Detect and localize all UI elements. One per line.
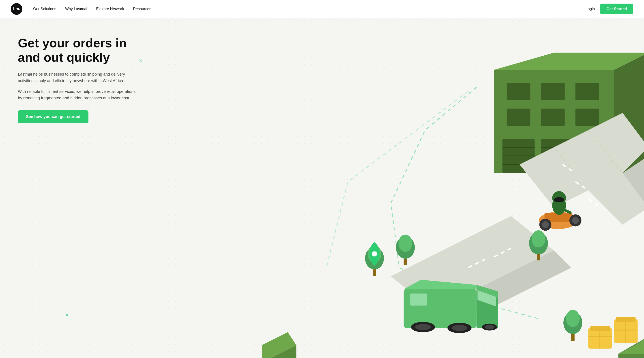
nav-right: Login Get Started — [586, 4, 633, 14]
hero-description-1: Lastmal helps businesses to complete shi… — [18, 71, 139, 84]
nav-our-solutions[interactable]: Our Solutions — [33, 7, 56, 11]
svg-marker-73 — [618, 336, 644, 354]
svg-point-46 — [416, 324, 431, 330]
svg-line-26 — [588, 199, 602, 208]
svg-rect-10 — [541, 139, 574, 173]
svg-rect-62 — [590, 326, 610, 331]
svg-marker-40 — [477, 289, 498, 328]
hero-title: Get your orders in and out quickly — [18, 36, 139, 65]
svg-point-50 — [485, 325, 494, 329]
svg-marker-21 — [623, 156, 644, 208]
hero-cta-button[interactable]: See how you can get started — [18, 110, 88, 123]
svg-point-55 — [396, 236, 415, 259]
svg-point-48 — [452, 325, 467, 331]
svg-marker-43 — [478, 290, 496, 306]
svg-point-53 — [368, 245, 381, 263]
navigation: Lm. Our Solutions Why Lastmal Explore Ne… — [0, 0, 644, 18]
svg-point-29 — [539, 212, 578, 229]
svg-point-70 — [564, 312, 582, 334]
svg-marker-74 — [262, 345, 296, 358]
svg-point-71 — [566, 310, 580, 327]
logo-text: Lm. — [13, 7, 20, 11]
cross-decoration-2: ✕ — [582, 137, 586, 142]
nav-why-lastmal[interactable]: Why Lastmal — [65, 7, 87, 11]
svg-rect-44 — [410, 294, 428, 306]
svg-point-32 — [542, 221, 549, 228]
cross-decoration-3: ✕ — [65, 313, 69, 318]
scene-svg — [262, 27, 644, 358]
svg-rect-39 — [404, 289, 477, 328]
svg-line-24 — [563, 164, 576, 173]
svg-rect-66 — [616, 317, 636, 322]
svg-rect-7 — [541, 109, 565, 126]
svg-point-58 — [529, 232, 548, 254]
svg-line-25 — [576, 182, 588, 190]
svg-rect-65 — [614, 319, 638, 343]
login-link[interactable]: Login — [586, 7, 595, 11]
nav-links: Our Solutions Why Lastmal Explore Networ… — [33, 7, 586, 11]
svg-marker-2 — [614, 53, 644, 173]
svg-point-37 — [554, 197, 564, 202]
svg-marker-20 — [588, 173, 644, 225]
svg-rect-51 — [373, 263, 376, 276]
svg-rect-8 — [576, 109, 599, 126]
nav-explore-network[interactable]: Explore Network — [96, 7, 124, 11]
svg-line-28 — [494, 248, 511, 257]
svg-marker-19 — [588, 113, 644, 173]
hero-content: Get your orders in and out quickly Lastm… — [0, 18, 157, 123]
nav-resources[interactable]: Resources — [133, 7, 151, 11]
svg-point-33 — [570, 215, 582, 227]
svg-rect-5 — [576, 83, 599, 100]
logo[interactable]: Lm. — [11, 3, 22, 15]
svg-point-60 — [372, 251, 377, 257]
svg-line-27 — [468, 259, 486, 268]
svg-rect-30 — [544, 213, 572, 222]
svg-marker-1 — [494, 53, 644, 70]
svg-point-47 — [448, 323, 472, 333]
svg-point-34 — [572, 217, 579, 224]
svg-rect-54 — [404, 253, 407, 265]
svg-rect-3 — [507, 83, 530, 100]
svg-rect-61 — [588, 328, 612, 348]
hero-illustration — [258, 18, 644, 358]
hero-section: ✕ ✕ ✕ Get your orders in and out quickly… — [0, 18, 644, 358]
svg-point-49 — [482, 324, 497, 331]
svg-marker-75 — [262, 332, 296, 358]
svg-point-35 — [552, 196, 566, 215]
svg-rect-57 — [537, 248, 540, 260]
svg-rect-69 — [571, 328, 574, 341]
svg-marker-41 — [404, 280, 477, 289]
svg-marker-18 — [554, 130, 623, 190]
svg-marker-72 — [618, 336, 644, 358]
svg-point-52 — [365, 247, 384, 269]
svg-rect-4 — [541, 83, 565, 100]
svg-marker-22 — [391, 216, 554, 311]
svg-marker-42 — [477, 285, 498, 298]
svg-point-31 — [540, 219, 552, 231]
svg-marker-17 — [520, 147, 588, 208]
svg-marker-0 — [494, 70, 614, 173]
svg-point-45 — [411, 322, 435, 332]
svg-rect-9 — [502, 139, 535, 173]
svg-point-36 — [552, 191, 566, 205]
hero-description-2: With reliable fulfillment services, we h… — [18, 88, 139, 101]
svg-point-59 — [532, 230, 545, 248]
svg-line-38 — [559, 208, 570, 213]
svg-point-56 — [398, 235, 412, 252]
svg-marker-23 — [434, 251, 571, 328]
get-started-nav-button[interactable]: Get Started — [600, 4, 633, 14]
svg-rect-6 — [507, 109, 530, 126]
